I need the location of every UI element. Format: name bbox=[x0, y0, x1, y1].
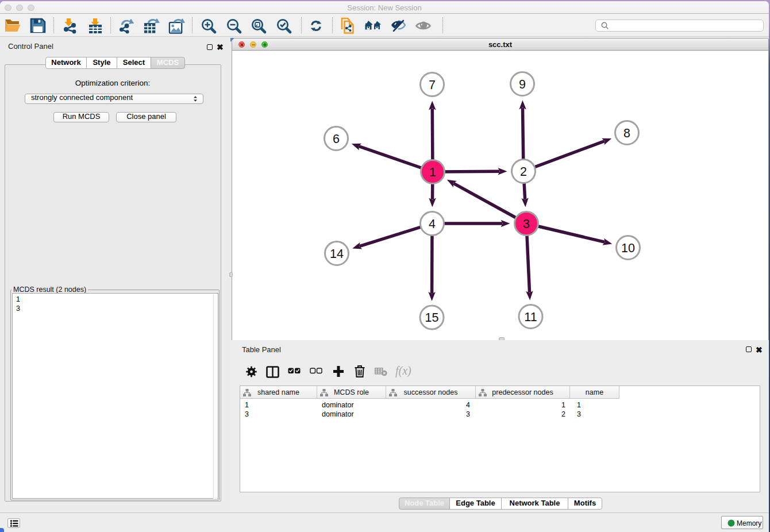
svg-text:11: 11 bbox=[524, 310, 537, 324]
svg-text:8: 8 bbox=[623, 126, 630, 140]
svg-text:2: 2 bbox=[520, 165, 527, 179]
svg-text:3: 3 bbox=[523, 217, 530, 231]
svg-text:6: 6 bbox=[333, 132, 340, 146]
svg-text:15: 15 bbox=[425, 311, 439, 325]
svg-text:9: 9 bbox=[519, 78, 526, 91]
svg-text:4: 4 bbox=[429, 217, 436, 231]
svg-text:1: 1 bbox=[429, 165, 436, 179]
svg-text:14: 14 bbox=[330, 247, 344, 261]
svg-text:7: 7 bbox=[429, 78, 436, 92]
svg-text:10: 10 bbox=[621, 241, 635, 255]
